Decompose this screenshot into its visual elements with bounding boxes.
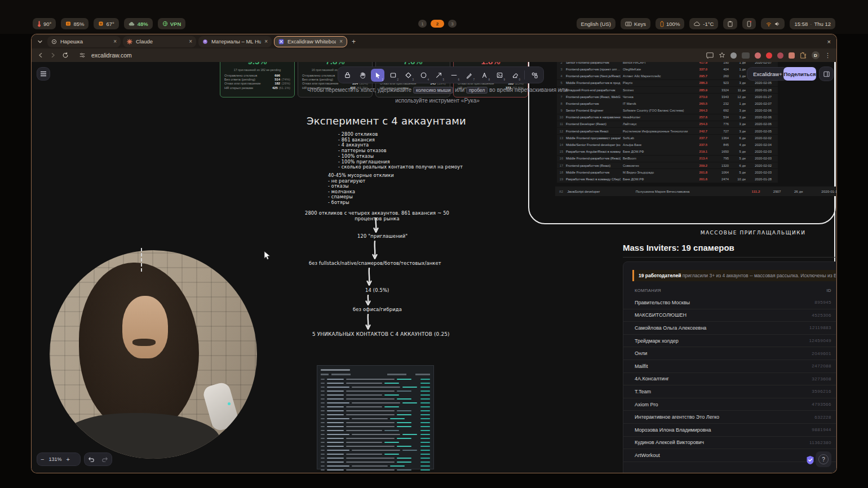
language-indicator[interactable]: English (US) xyxy=(577,18,615,29)
flow-step-3[interactable]: 14 (0.5%) xyxy=(365,287,389,293)
selection-tool[interactable]: 1 xyxy=(371,69,384,82)
hand-tool[interactable] xyxy=(356,69,369,82)
phone-tray-item[interactable] xyxy=(742,18,756,29)
cast-icon[interactable] xyxy=(706,52,714,59)
flow-step-4[interactable]: без офиса/гибрида xyxy=(353,307,402,312)
workspace-1[interactable]: 1 xyxy=(418,20,427,28)
share-button[interactable]: Поделиться xyxy=(783,67,816,81)
company-id: 3596216 xyxy=(812,389,831,394)
excalidraw-canvas[interactable]: 9.3% 17 приглашений из 182 не-pending От… xyxy=(32,62,836,473)
ellipse-tool[interactable]: 4 xyxy=(417,69,430,82)
vpn-widget[interactable]: VPN xyxy=(158,18,186,29)
profile-avatar[interactable]: D xyxy=(812,51,820,59)
undo-icon[interactable] xyxy=(88,456,95,463)
days: 26 дн xyxy=(781,189,803,193)
thermometer-icon xyxy=(37,21,41,27)
window-close-button[interactable]: × xyxy=(827,38,833,45)
workspace-3[interactable]: 3 xyxy=(448,20,457,28)
battery-widget[interactable]: 85% xyxy=(61,18,88,29)
tab-search-caret[interactable] xyxy=(37,39,43,44)
flow-arrow[interactable] xyxy=(365,268,373,286)
ml-hub-favicon xyxy=(202,39,208,45)
flow-arrow[interactable] xyxy=(371,241,379,259)
date-value: Thu 12 xyxy=(814,21,831,27)
flow-step-2[interactable]: без fullstack/native/спамеров/ботов/тест… xyxy=(309,260,441,266)
jobs-table-row: 4 Frontend-разработчик (Next.js/React) А… xyxy=(557,73,778,79)
tab-close-icon[interactable]: × xyxy=(113,38,117,45)
gpu-temp-value: 67° xyxy=(106,21,114,27)
battery-100-indicator[interactable]: 100% xyxy=(656,18,684,29)
mini-table-screenshot[interactable] xyxy=(317,365,434,469)
forward-icon[interactable] xyxy=(50,52,56,59)
browser-menu-kebab[interactable]: ⋮ xyxy=(825,52,831,59)
drawn-dashed-line[interactable] xyxy=(141,248,142,272)
extension-icon[interactable] xyxy=(766,52,772,59)
extension-icon[interactable] xyxy=(789,52,795,59)
company-id: 632228 xyxy=(814,415,831,420)
tab-close-icon[interactable]: × xyxy=(264,38,268,45)
tab-nareshka[interactable]: Нарешка × xyxy=(47,36,121,47)
draw-tool[interactable]: 7 xyxy=(462,69,476,82)
claude-favicon xyxy=(127,39,132,45)
extension-icon[interactable] xyxy=(742,52,750,59)
extensions-puzzle-icon[interactable] xyxy=(800,52,807,59)
gpu-temp-widget[interactable]: 67° xyxy=(94,18,118,29)
rectangle-tool[interactable]: 2 xyxy=(386,69,400,82)
eraser-tool[interactable]: 0 xyxy=(508,69,521,82)
mass-inviters-panel[interactable]: Mass Inviters: 19 спамеров 19 работодате… xyxy=(623,239,836,473)
extension-icon[interactable] xyxy=(755,52,761,59)
diamond-tool[interactable]: 3 xyxy=(401,69,415,82)
redo-icon[interactable] xyxy=(101,456,108,463)
mass-inviter-row: Самойлова Ольга Алексеевна 12119883 xyxy=(623,322,836,335)
tab-close-icon[interactable]: × xyxy=(339,38,343,45)
clipboard-tray-item[interactable] xyxy=(723,18,737,29)
flow-step-1[interactable]: 120 "приглашений" xyxy=(357,233,408,239)
tab-excalidraw-active[interactable]: Excalidraw Whiteboard × xyxy=(274,36,347,47)
junk-title: 40-45% мусорные отклики xyxy=(328,173,394,179)
zoom-level[interactable]: 131% xyxy=(48,456,61,462)
flow-arrow[interactable] xyxy=(372,218,380,233)
help-button[interactable]: ? xyxy=(816,451,831,467)
back-icon[interactable] xyxy=(37,52,44,59)
flow-step-5[interactable]: 5 УНИКАЛЬНЫХ КОНТАКТОВ С 4 АККАУНТОВ (0.… xyxy=(312,331,450,337)
image-tool[interactable]: 9 xyxy=(493,69,506,82)
tab-claude[interactable]: Claude × xyxy=(123,36,196,47)
text-tool[interactable]: 8 xyxy=(477,69,491,82)
vpn-globe-icon xyxy=(162,21,168,26)
workspace-2-active[interactable]: 2 xyxy=(431,20,444,28)
experiment-bullets[interactable]: - 2800 откликов- 861 вакансия- 4 аккаунт… xyxy=(338,132,463,170)
excalidraw-plus-button[interactable]: Excalidraw+ xyxy=(747,68,788,80)
zoom-in-button[interactable]: + xyxy=(66,456,69,463)
new-tab-button[interactable]: + xyxy=(352,38,356,46)
network-tray-item[interactable] xyxy=(761,18,785,29)
reload-icon[interactable] xyxy=(62,52,69,59)
junk-bullets[interactable]: 40-45% мусорные отклики - не реагируют- … xyxy=(328,173,394,206)
library-button[interactable] xyxy=(820,67,833,81)
tab-ml-hub[interactable]: Материалы – ML Hub × xyxy=(198,36,272,47)
url-field[interactable]: excalidraw.com xyxy=(91,52,132,59)
jobs-table[interactable]: 2 Senior Frontend-разработчик Вилси РИСА… xyxy=(557,62,778,183)
more-shapes-tool[interactable] xyxy=(528,69,541,82)
keys-indicator[interactable]: Keys xyxy=(621,18,650,29)
experiment-title[interactable]: Эксперимент с 4 аккаунтами xyxy=(307,115,466,127)
tab-close-icon[interactable]: × xyxy=(189,38,192,45)
mass-inviters-handwritten-label[interactable]: МАССОВЫЕ ПРИГЛАЩАЛЬЩИКИ xyxy=(668,230,836,236)
temperature-widget[interactable]: 90° xyxy=(33,18,56,29)
arrow-tool[interactable]: 5 xyxy=(432,69,445,82)
zoom-out-button[interactable]: − xyxy=(41,456,44,463)
hamburger-menu-button[interactable] xyxy=(37,68,50,80)
humidity-widget[interactable]: 48% xyxy=(124,18,153,29)
flow-arrow[interactable] xyxy=(364,295,372,305)
site-settings-icon[interactable] xyxy=(79,52,86,59)
line-tool[interactable]: 6 xyxy=(447,69,460,82)
weather-indicator[interactable]: -1°C xyxy=(689,18,718,29)
company-id: 4793566 xyxy=(812,402,831,407)
clock-indicator[interactable]: 15:58 · Thu 12 xyxy=(790,18,835,29)
extension-icon[interactable] xyxy=(730,52,737,59)
mass-inviter-row: T.Team 3596216 xyxy=(623,385,836,398)
extension-icon[interactable] xyxy=(777,52,783,59)
canvas-hint-text: Чтобы переместить холст, удерживайте кол… xyxy=(274,85,601,106)
flow-arrow[interactable] xyxy=(364,314,372,330)
bookmark-star-icon[interactable] xyxy=(719,52,725,59)
lock-tool[interactable] xyxy=(340,69,354,82)
